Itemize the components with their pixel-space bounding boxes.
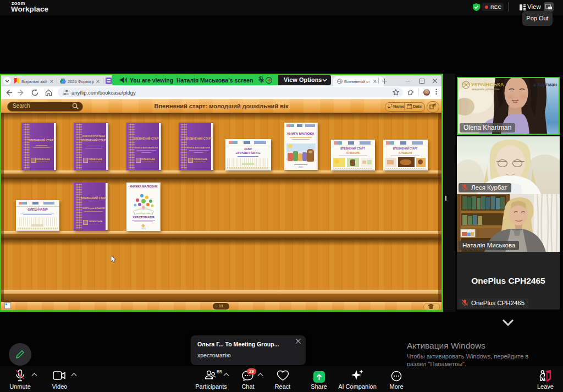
svg-text:а Хартман: а Хартман — [533, 82, 557, 87]
svg-text:УКРАЇНСЬКА: УКРАЇНСЬКА — [471, 82, 504, 87]
svg-text:академія дитинства: академія дитинства — [472, 87, 500, 91]
